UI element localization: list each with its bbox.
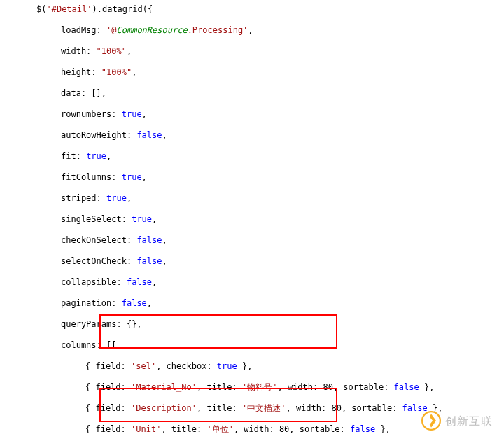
code-string: .Processing': [188, 25, 248, 35]
code-keyword: false: [136, 256, 162, 266]
code-block: $('#Detail').datagrid({ loadMsg: '@Commo…: [1, 1, 503, 438]
code-string: '单位': [206, 424, 233, 434]
code-text: ,: [106, 151, 111, 161]
code-keyword: false: [122, 298, 147, 308]
code-text: loadMsg:: [61, 25, 106, 35]
code-text: height:: [61, 67, 102, 77]
code-string: "100%": [102, 67, 132, 77]
code-text: checkOnSelect:: [61, 235, 136, 245]
code-text: ,: [132, 67, 136, 77]
code-text: , checkbox:: [156, 361, 217, 371]
highlight-box-2: [99, 388, 337, 422]
code-text: },: [419, 382, 435, 392]
code-string: "100%": [97, 46, 127, 56]
code-keyword: true: [132, 214, 152, 224]
code-text: ,: [248, 25, 253, 35]
code-keyword: true: [217, 361, 237, 371]
code-text: selectOnCheck:: [61, 256, 136, 266]
code-text: ,: [142, 172, 147, 182]
highlight-box-1: [99, 314, 337, 349]
code-text: ,: [142, 109, 147, 119]
watermark-text: 创新互联: [445, 416, 493, 426]
code-text: ,: [152, 277, 157, 287]
code-text: },: [237, 361, 253, 371]
code-text: { field:: [85, 424, 131, 434]
code-text: ,: [162, 256, 167, 266]
code-string: 'sel': [131, 361, 156, 371]
code-text: fitColumns:: [61, 172, 122, 182]
code-text: ,: [162, 235, 167, 245]
watermark-logo: 创新互联: [421, 411, 493, 431]
code-text: data: [],: [61, 88, 106, 98]
code-keyword: false: [394, 382, 419, 392]
code-text: pagination:: [61, 298, 122, 308]
code-text: ,: [127, 193, 132, 203]
code-keyword: true: [122, 109, 142, 119]
code-text: ).datagrid({: [92, 4, 153, 14]
code-text: ,: [152, 214, 157, 224]
code-text: singleSelect:: [61, 214, 132, 224]
code-text: },: [375, 424, 391, 434]
code-string: '@: [106, 25, 116, 35]
code-keyword: false: [136, 235, 162, 245]
code-text: autoRowHeight:: [61, 130, 136, 140]
code-text: ,: [147, 298, 152, 308]
code-keyword: false: [136, 130, 162, 140]
code-keyword: true: [86, 151, 106, 161]
code-text: collapsible:: [61, 277, 127, 287]
code-text: striped:: [61, 193, 106, 203]
code-keyword: false: [350, 424, 375, 434]
code-text: ,: [162, 130, 167, 140]
code-text: , width: 80, sortable:: [234, 424, 350, 434]
code-text: rownumbers:: [61, 109, 122, 119]
code-panel: $('#Detail').datagrid({ loadMsg: '@Commo…: [1, 1, 503, 438]
code-text: width:: [61, 46, 97, 56]
code-keyword: true: [106, 193, 127, 203]
code-keyword: true: [122, 172, 142, 182]
code-ident: CommonResource: [116, 25, 187, 35]
code-string: '#Detail': [46, 4, 92, 14]
code-text: ,: [127, 46, 132, 56]
code-text: $(: [36, 4, 46, 14]
code-text: , title:: [161, 424, 206, 434]
code-string: 'Unit': [131, 424, 161, 434]
code-text: fit:: [61, 151, 86, 161]
code-keyword: false: [127, 277, 152, 287]
logo-icon: [421, 411, 441, 431]
code-text: { field:: [85, 361, 131, 371]
